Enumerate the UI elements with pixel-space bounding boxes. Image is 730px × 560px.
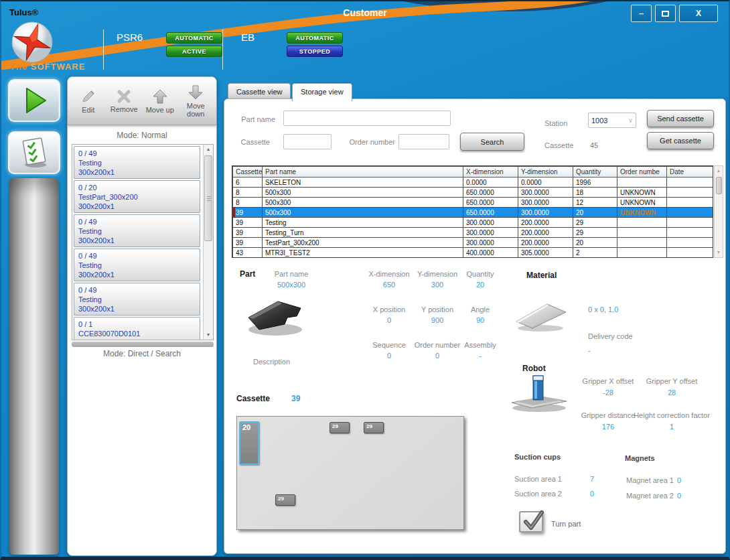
edit-button[interactable]: Edit	[72, 80, 105, 122]
part-name-input[interactable]	[283, 111, 451, 126]
tab-storage-view[interactable]: Storage view	[292, 83, 352, 101]
part-name-field-label: Part name	[263, 270, 319, 278]
table-cell: 6	[233, 178, 263, 188]
table-cell: 39	[233, 208, 263, 218]
cassette-slot[interactable]: 20	[239, 421, 259, 465]
scroll-down-icon[interactable]: ▼	[204, 330, 213, 340]
app-header: Tulus® Customer – X The SOFTWARE	[1, 1, 729, 78]
cassette-slot[interactable]: 29	[364, 422, 384, 433]
table-cell	[617, 248, 667, 258]
search-button[interactable]: Search	[460, 133, 524, 151]
close-button[interactable]: X	[679, 5, 718, 22]
delivery-code-label: Delivery code	[588, 332, 633, 340]
table-row[interactable]: 39TestPart_300x200300.0000200.000020	[233, 238, 714, 248]
queue-panel: Edit Remove Move up Move	[67, 76, 217, 556]
send-cassette-button[interactable]: Send cassette	[647, 110, 714, 127]
program-list-button[interactable]	[8, 131, 60, 174]
queue-item[interactable]: 0 / 49Testing300x200x1	[74, 283, 200, 316]
table-cell: TestPart_300x200	[263, 238, 463, 248]
scrollbar-thumb[interactable]	[204, 155, 212, 241]
window-controls: – X	[631, 5, 718, 22]
queue-hscrollbar[interactable]	[72, 342, 214, 347]
table-cell: UNKNOWN	[617, 208, 667, 218]
table-cell: 20	[573, 208, 617, 218]
table-row[interactable]: 300.0000200.0000	[233, 258, 714, 259]
table-cell	[573, 258, 617, 259]
table-cell	[667, 188, 714, 198]
queue-list: 0 / 49Testing300x200x10 / 20TestPart_300…	[72, 144, 214, 340]
table-row[interactable]: 8500x300650.0000300.000012UNKNOWN	[233, 198, 714, 208]
table-cell	[667, 178, 714, 188]
column-header[interactable]: Order numbe	[617, 167, 667, 178]
header-divider	[222, 29, 223, 70]
column-header[interactable]: Date	[667, 167, 714, 178]
scrollbar-thumb[interactable]	[716, 177, 722, 194]
material-sheet-image	[512, 299, 569, 334]
table-row[interactable]: 8500x300650.0000300.000018UNKNOWN	[233, 188, 714, 198]
minimize-button[interactable]: –	[631, 5, 652, 22]
queue-item[interactable]: 0 / 49Testing300x200x1	[74, 214, 200, 247]
table-row[interactable]: 43MTR3I_TEST2400.0000305.00002	[233, 248, 714, 258]
table-row[interactable]: 6SKELETON0.00000.00001996	[233, 178, 714, 188]
queue-item[interactable]: 0 / 49Testing300x200x1	[74, 146, 200, 179]
column-header[interactable]: Y-dimension	[518, 167, 573, 178]
tab-cassette-view[interactable]: Cassette view	[228, 83, 291, 100]
table-cell: 300.0000	[463, 238, 518, 248]
cassette-slot[interactable]: 29	[275, 494, 295, 506]
height-correction-label: Height correction factor	[628, 411, 715, 419]
minimize-icon: –	[639, 9, 644, 18]
logo-text-software: SOFTWARE	[31, 62, 86, 72]
table-cell: 300.0000	[518, 188, 573, 198]
table-cell: UNKNOWN	[617, 198, 667, 208]
queue-item[interactable]: 0 / 1CCE830070D0101	[74, 317, 200, 340]
remove-button[interactable]: Remove	[107, 80, 141, 122]
queue-item-count: 0 / 49	[78, 251, 196, 261]
magnet-area-1-value: 0	[677, 476, 681, 484]
queue-item[interactable]: 0 / 49Testing300x200x1	[74, 249, 200, 281]
queue-scrollbar[interactable]: ▲ ▼	[203, 145, 213, 340]
table-cell: MTR3I_TEST2	[263, 248, 463, 258]
maximize-button[interactable]	[655, 5, 676, 22]
part-thumbnail-image	[243, 295, 307, 339]
station-label: Station	[544, 119, 567, 127]
queue-item[interactable]: 0 / 20TestPart_300x200300x200x1	[74, 180, 200, 213]
station-dropdown[interactable]: 1003 ∨	[588, 113, 636, 128]
psr6-mode-badge: AUTOMATIC	[166, 32, 222, 44]
psr6-state-badge: ACTIVE	[166, 46, 222, 57]
column-header[interactable]: X-dimension	[463, 167, 518, 178]
get-cassette-button[interactable]: Get cassette	[647, 132, 714, 149]
quantity-label: Quantity	[451, 270, 510, 278]
machine-eb-label: EB	[241, 31, 254, 43]
scroll-up-icon[interactable]: ▲	[715, 167, 723, 175]
cassette-slot[interactable]: 29	[330, 422, 350, 433]
table-cell	[617, 228, 667, 238]
turn-part-checkbox[interactable]	[519, 511, 543, 533]
start-button[interactable]	[8, 79, 60, 122]
eb-mode-badge: AUTOMATIC	[287, 32, 343, 44]
column-header[interactable]: Part name	[263, 167, 463, 178]
cassette-input[interactable]	[283, 134, 332, 149]
scroll-down-icon[interactable]: ▼	[715, 249, 723, 257]
turn-part-label: Turn part	[551, 520, 581, 528]
side-pillar-decoration	[9, 178, 59, 555]
move-up-button[interactable]: Move up	[143, 80, 177, 122]
height-correction-value: 1	[628, 423, 715, 431]
table-cell: 200.0000	[518, 258, 573, 259]
delivery-code-value: -	[588, 346, 591, 354]
table-row[interactable]: 39Testing300.0000200.000029	[233, 218, 714, 228]
table-cell	[667, 208, 714, 218]
remove-button-label: Remove	[111, 105, 138, 113]
order-number-input[interactable]	[398, 134, 449, 149]
column-header[interactable]: Cassette	[233, 167, 263, 178]
table-row[interactable]: 39Testing_Turn300.0000200.000029	[233, 228, 714, 238]
parts-table: CassettePart nameX-dimensionY-dimensionQ…	[232, 165, 713, 258]
quantity-value: 20	[451, 281, 510, 289]
table-cell: 39	[233, 218, 263, 228]
queue-item-size: 300x200x1	[78, 202, 196, 211]
move-down-button[interactable]: Move down	[179, 80, 212, 122]
table-cell: 43	[233, 248, 263, 258]
table-row[interactable]: 39500x300650.0000300.000020UNKNOWN	[233, 208, 714, 218]
column-header[interactable]: Quantity	[573, 167, 617, 178]
table-scrollbar[interactable]: ▲ ▼	[714, 165, 723, 258]
scroll-up-icon[interactable]: ▲	[204, 145, 213, 154]
